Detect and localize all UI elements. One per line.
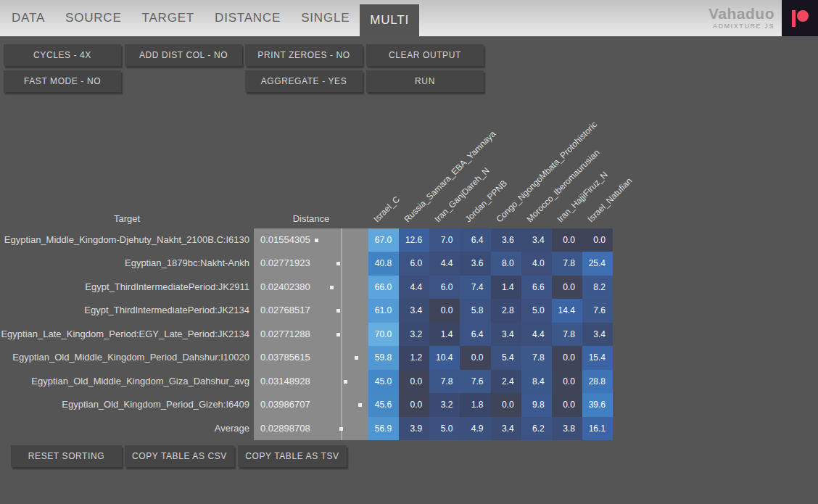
distance-cell: 0.02768517 xyxy=(254,299,368,322)
table-row: Egypt_ThirdIntermediatePeriod:JK29110.02… xyxy=(0,276,613,299)
matrix-cell: 6.4 xyxy=(460,228,490,252)
matrix-cell: 8.4 xyxy=(521,370,552,393)
distance-dot xyxy=(344,380,347,384)
tab-distance[interactable]: DISTANCE xyxy=(204,0,291,36)
matrix-cell: 3.8 xyxy=(552,417,582,440)
clear-output-button[interactable]: CLEAR OUTPUT xyxy=(366,44,484,66)
aggregate-button[interactable]: AGGREGATE - YES xyxy=(245,70,363,92)
distance-dot xyxy=(336,262,340,265)
matrix-cell: 25.4 xyxy=(582,252,613,275)
matrix-cell: 0.0 xyxy=(399,393,429,416)
distance-column-header[interactable]: Distance xyxy=(254,212,368,225)
tab-data[interactable]: DATA xyxy=(1,0,55,36)
fast-mode-button[interactable]: FAST MODE - NO xyxy=(4,70,121,92)
matrix-cell: 3.2 xyxy=(399,323,429,346)
matrix-cell: 4.4 xyxy=(429,252,460,275)
tab-single[interactable]: SINGLE xyxy=(291,0,360,36)
matrix-cell: 6.0 xyxy=(429,276,460,299)
distance-scale-line xyxy=(341,393,342,416)
matrix-cell: 3.4 xyxy=(582,323,613,346)
patreon-link[interactable] xyxy=(782,0,818,36)
matrix-cell: 4.4 xyxy=(521,323,552,346)
matrix-cell: 3.9 xyxy=(399,417,429,440)
results-table: Egyptian_Middle_Kingdom-Djehuty_Nakht_21… xyxy=(0,228,613,440)
row-target-label: Egyptian_1879bc:Nakht-Ankh xyxy=(0,252,254,275)
reset-sorting-button[interactable]: RESET SORTING xyxy=(11,445,122,467)
distance-cell: 0.02402380 xyxy=(254,276,368,299)
matrix-cell: 2.8 xyxy=(491,299,521,322)
matrix-cell: 12.6 xyxy=(399,228,429,252)
distance-cell: 0.02898708 xyxy=(254,417,368,440)
matrix-cell: 8.0 xyxy=(491,252,521,275)
matrix-cell: 66.0 xyxy=(368,276,399,299)
distance-scale-line xyxy=(341,228,342,252)
distance-value: 0.02898708 xyxy=(260,423,310,434)
matrix-cell: 1.4 xyxy=(491,276,521,299)
distance-dot xyxy=(330,286,334,289)
matrix-cell: 0.0 xyxy=(552,228,582,252)
app-title: Vahaduo xyxy=(708,6,774,22)
copy-table-csv-button[interactable]: COPY TABLE AS CSV xyxy=(125,445,234,467)
distance-value: 0.02402380 xyxy=(260,281,310,292)
target-column-header[interactable]: Target xyxy=(0,212,254,225)
matrix-cell: 14.4 xyxy=(552,299,582,322)
matrix-cell: 0.0 xyxy=(552,393,582,416)
matrix-cell: 8.2 xyxy=(582,276,613,299)
matrix-cell: 6.4 xyxy=(460,323,490,346)
distance-value: 0.01554305 xyxy=(260,234,310,245)
distance-dot xyxy=(315,239,318,242)
matrix-cell: 56.9 xyxy=(368,417,399,440)
tab-multi[interactable]: MULTI xyxy=(360,4,419,36)
distance-value: 0.02771923 xyxy=(260,257,310,268)
matrix-cell: 6.6 xyxy=(521,276,552,299)
row-target-label: Egyptian_Old_Middle_Kingdom_Giza_Dahshur… xyxy=(0,370,254,393)
distance-cell: 0.03148928 xyxy=(254,370,368,393)
print-zeroes-button[interactable]: PRINT ZEROES - NO xyxy=(245,44,363,66)
matrix-cell: 67.0 xyxy=(368,228,399,252)
matrix-cell: 3.4 xyxy=(521,228,552,252)
table-row: Egyptian_Old_Middle_Kingdom_Period_Dahsh… xyxy=(0,346,613,369)
distance-scale-line xyxy=(341,346,342,369)
matrix-cell: 4.0 xyxy=(521,252,552,275)
matrix-cell: 70.0 xyxy=(368,323,399,346)
matrix-cell: 6.2 xyxy=(521,417,552,440)
table-row: Egyptian_Old_Middle_Kingdom_Giza_Dahshur… xyxy=(0,370,613,393)
table-row: Egyptian_Old_Kingdom_Period_Gizeh:I64090… xyxy=(0,393,613,416)
matrix-cell: 7.6 xyxy=(582,299,613,322)
distance-scale-line xyxy=(341,252,342,275)
matrix-cell: 5.4 xyxy=(491,346,521,369)
column-header-israel-c[interactable]: Israel_C xyxy=(371,194,402,225)
distance-value: 0.02768517 xyxy=(260,305,310,315)
matrix-cell: 7.8 xyxy=(552,252,582,275)
row-target-label: Egypt_ThirdIntermediatePeriod:JK2134 xyxy=(0,299,254,322)
matrix-cell: 4.9 xyxy=(460,417,490,440)
distance-dot xyxy=(355,356,358,360)
distance-cell: 0.03986707 xyxy=(254,393,368,416)
matrix-cell: 7.8 xyxy=(521,346,552,369)
tab-source[interactable]: SOURCE xyxy=(55,0,132,36)
table-row: Egyptian_1879bc:Nakht-Ankh0.0277192340.8… xyxy=(0,252,613,275)
matrix-cell: 6.0 xyxy=(399,252,429,275)
matrix-cell: 0.0 xyxy=(552,370,582,393)
add-dist-col-button[interactable]: ADD DIST COL - NO xyxy=(125,44,242,66)
matrix-cell: 1.2 xyxy=(399,346,429,369)
matrix-cell: 40.8 xyxy=(368,252,399,275)
distance-scale-line xyxy=(341,276,342,299)
app-logo: Vahaduo ADMIXTURE JS xyxy=(708,6,774,30)
table-row: Average0.0289870856.93.95.04.93.46.23.81… xyxy=(0,417,613,440)
matrix-cell: 4.4 xyxy=(399,276,429,299)
run-button[interactable]: RUN xyxy=(366,70,484,92)
row-target-label: Egyptian_Old_Middle_Kingdom_Period_Dahsh… xyxy=(0,346,254,369)
matrix-cell: 0.0 xyxy=(552,276,582,299)
nav-tabs: DATA SOURCE TARGET DISTANCE SINGLE MULTI xyxy=(0,0,818,36)
distance-dot xyxy=(336,333,340,336)
matrix-cell: 3.6 xyxy=(491,228,521,252)
copy-table-tsv-button[interactable]: COPY TABLE AS TSV xyxy=(238,445,347,467)
matrix-cell: 0.0 xyxy=(491,393,521,416)
matrix-cell: 1.4 xyxy=(429,323,460,346)
cycles-button[interactable]: CYCLES - 4X xyxy=(4,44,121,66)
distance-cell: 0.02771288 xyxy=(254,323,368,346)
table-row: Egyptian_Middle_Kingdom-Djehuty_Nakht_21… xyxy=(0,228,613,252)
tab-target[interactable]: TARGET xyxy=(132,0,205,36)
matrix-cell: 9.8 xyxy=(521,393,552,416)
